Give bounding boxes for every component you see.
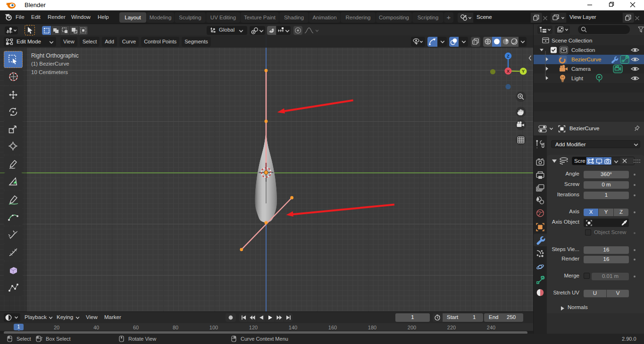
- svg-text:Light: Light: [571, 76, 584, 81]
- svg-text:Collection: Collection: [571, 47, 595, 53]
- svg-text:Camera: Camera: [571, 66, 591, 72]
- svg-text:BezierCurve: BezierCurve: [571, 57, 601, 62]
- svg-text:Scene Collection: Scene Collection: [552, 38, 592, 43]
- svg-text:Y: Y: [522, 69, 525, 74]
- svg-text:Z: Z: [507, 54, 510, 59]
- svg-text:X: X: [507, 69, 510, 74]
